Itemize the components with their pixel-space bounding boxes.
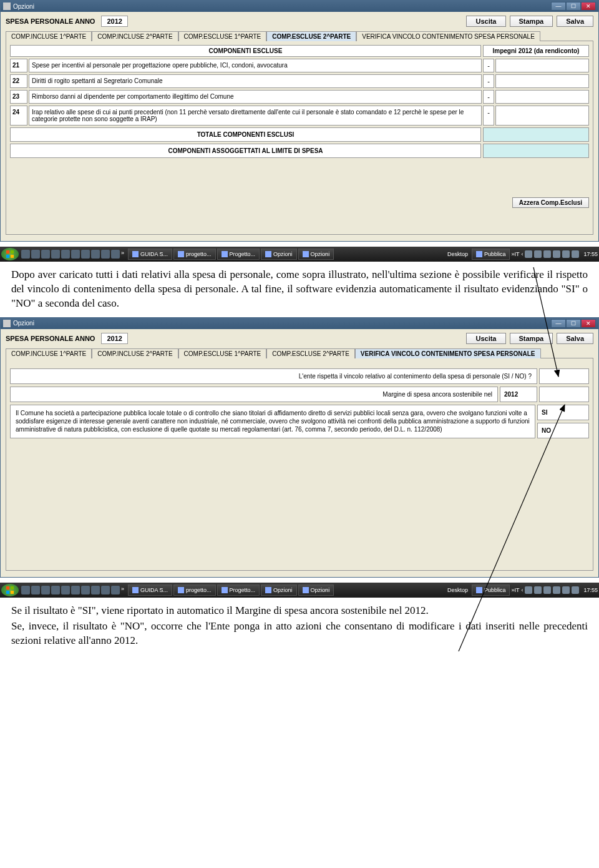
task-icon bbox=[476, 587, 482, 593]
exit-button[interactable]: Uscita bbox=[466, 333, 505, 344]
taskbar-task[interactable]: Opzioni bbox=[298, 249, 334, 260]
tab-verifica[interactable]: VERIFICA VINCOLO CONTENIMENTO SPESA PERS… bbox=[355, 348, 541, 358]
ql-icon[interactable] bbox=[101, 586, 110, 594]
titlebar: Opzioni — ☐ ✕ bbox=[1, 1, 598, 12]
tray-icon[interactable] bbox=[553, 586, 560, 594]
task-icon bbox=[265, 251, 271, 257]
tab-bar: COMP.INCLUSE 1^PARTE COMP.INCLUSE 2^PART… bbox=[6, 31, 593, 41]
tab-verifica[interactable]: VERIFICA VINCOLO CONTENIMENTO SPESA PERS… bbox=[356, 31, 540, 41]
start-button[interactable] bbox=[1, 248, 19, 260]
exit-button[interactable]: Uscita bbox=[466, 16, 505, 27]
tray-icon[interactable] bbox=[543, 250, 551, 258]
start-button[interactable] bbox=[1, 584, 19, 596]
save-button[interactable]: Salva bbox=[557, 16, 593, 27]
tab-escluse1[interactable]: COMP.ESCLUSE 1^PARTE bbox=[178, 31, 267, 41]
desktop-label[interactable]: Desktop bbox=[447, 251, 468, 257]
tab-incluse2[interactable]: COMP.INCLUSE 2^PARTE bbox=[92, 348, 178, 358]
tray-icon[interactable] bbox=[572, 250, 579, 258]
tray-icon[interactable] bbox=[572, 586, 579, 594]
tray-icon[interactable] bbox=[562, 250, 570, 258]
year-field[interactable]: 2012 bbox=[101, 333, 127, 344]
tab-escluse2[interactable]: COMP.ESCLUSE 2^PARTE bbox=[266, 348, 355, 358]
ql-icon[interactable] bbox=[91, 586, 100, 594]
taskbar-task[interactable]: Opzioni bbox=[261, 249, 297, 260]
print-button[interactable]: Stampa bbox=[510, 333, 553, 344]
tab-incluse1[interactable]: COMP.INCLUSE 1^PARTE bbox=[6, 31, 92, 41]
tray-expand-icon[interactable]: ‹ bbox=[521, 587, 523, 593]
tray-icon[interactable] bbox=[543, 586, 551, 594]
ql-icon[interactable] bbox=[111, 586, 120, 594]
taskbar-task[interactable]: Progetto... bbox=[217, 249, 260, 260]
ql-icon[interactable] bbox=[81, 586, 90, 594]
ql-icon[interactable] bbox=[71, 250, 80, 259]
taskbar-task[interactable]: GUIDA S... bbox=[128, 584, 172, 596]
row-number: 21 bbox=[10, 59, 27, 72]
ql-icon[interactable] bbox=[71, 586, 80, 594]
windows-icon bbox=[6, 250, 14, 259]
tray-expand-icon[interactable]: ‹ bbox=[521, 251, 523, 257]
azzera-button[interactable]: Azzera Comp.Esclusi bbox=[512, 197, 589, 208]
ql-icon[interactable] bbox=[41, 586, 50, 594]
print-button[interactable]: Stampa bbox=[510, 16, 553, 27]
taskbar-task[interactable]: Opzioni bbox=[298, 584, 334, 596]
ql-icon[interactable] bbox=[101, 250, 110, 259]
save-button[interactable]: Salva bbox=[557, 333, 593, 344]
row-value-input[interactable] bbox=[495, 106, 589, 126]
tab-escluse1[interactable]: COMP.ESCLUSE 1^PARTE bbox=[178, 348, 267, 358]
lang-indicator[interactable]: IT bbox=[514, 251, 519, 257]
tab-incluse2[interactable]: COMP.INCLUSE 2^PARTE bbox=[92, 31, 178, 41]
ql-icon[interactable] bbox=[51, 586, 60, 594]
ql-icon[interactable] bbox=[51, 250, 60, 259]
minimize-button[interactable]: — bbox=[551, 319, 566, 328]
lang-indicator[interactable]: IT bbox=[514, 587, 519, 593]
ql-icon[interactable] bbox=[91, 250, 100, 259]
desktop-label[interactable]: Desktop bbox=[447, 587, 468, 593]
app-window-1: Opzioni — ☐ ✕ SPESA PERSONALE ANNO 2012 … bbox=[0, 0, 599, 242]
row-number: 22 bbox=[10, 74, 27, 88]
row-value-input[interactable] bbox=[495, 59, 589, 72]
maximize-button[interactable]: ☐ bbox=[566, 319, 581, 328]
ql-icon[interactable] bbox=[111, 250, 120, 259]
ql-overflow-icon[interactable]: » bbox=[121, 586, 124, 594]
tray-icon[interactable] bbox=[534, 586, 542, 594]
tray-icon[interactable] bbox=[525, 250, 532, 258]
taskbar-task[interactable]: progetto... bbox=[173, 584, 216, 596]
tray-icon[interactable] bbox=[525, 586, 532, 594]
tray-icon[interactable] bbox=[553, 250, 560, 258]
row-number: 23 bbox=[10, 90, 27, 104]
ql-icon[interactable] bbox=[81, 250, 90, 259]
taskbar-task[interactable]: Pubblica bbox=[472, 249, 510, 260]
col-header-impegni: Impegni 2012 (da rendiconto) bbox=[483, 45, 589, 57]
ql-icon[interactable] bbox=[41, 250, 50, 259]
tab-panel: COMPONENTI ESCLUSE Impegni 2012 (da rend… bbox=[6, 41, 593, 235]
taskbar-task[interactable]: Opzioni bbox=[261, 584, 297, 596]
ql-icon[interactable] bbox=[21, 586, 30, 594]
ql-icon[interactable] bbox=[31, 250, 40, 259]
taskbar-task[interactable]: Pubblica bbox=[472, 584, 510, 596]
taskbar-task[interactable]: Progetto... bbox=[217, 584, 260, 596]
task-icon bbox=[303, 251, 309, 257]
tab-incluse1[interactable]: COMP.INCLUSE 1^PARTE bbox=[6, 348, 92, 358]
close-button[interactable]: ✕ bbox=[581, 2, 596, 11]
minimize-button[interactable]: — bbox=[551, 2, 566, 11]
ql-icon[interactable] bbox=[61, 250, 70, 259]
ql-icon[interactable] bbox=[21, 250, 30, 259]
taskbar-task[interactable]: GUIDA S... bbox=[128, 249, 172, 260]
table-row: 24 Irap relativo alle spese di cui ai pu… bbox=[10, 106, 589, 126]
tray-icon[interactable] bbox=[534, 250, 542, 258]
tray-icon[interactable] bbox=[562, 586, 570, 594]
taskbar-task[interactable]: progetto... bbox=[173, 249, 216, 260]
year-field[interactable]: 2012 bbox=[101, 16, 127, 27]
clock[interactable]: 17:55 bbox=[583, 587, 598, 593]
ql-icon[interactable] bbox=[61, 586, 70, 594]
no-button[interactable]: NO bbox=[537, 423, 589, 438]
maximize-button[interactable]: ☐ bbox=[566, 2, 581, 11]
ql-overflow-icon[interactable]: » bbox=[121, 250, 124, 259]
close-button[interactable]: ✕ bbox=[581, 319, 596, 328]
ql-icon[interactable] bbox=[31, 586, 40, 594]
clock[interactable]: 17:55 bbox=[583, 251, 598, 257]
row-value-input[interactable] bbox=[495, 90, 589, 104]
si-button[interactable]: SI bbox=[537, 405, 589, 420]
tab-escluse2[interactable]: COMP.ESCLUSE 2^PARTE bbox=[266, 31, 356, 41]
row-value-input[interactable] bbox=[495, 74, 589, 88]
